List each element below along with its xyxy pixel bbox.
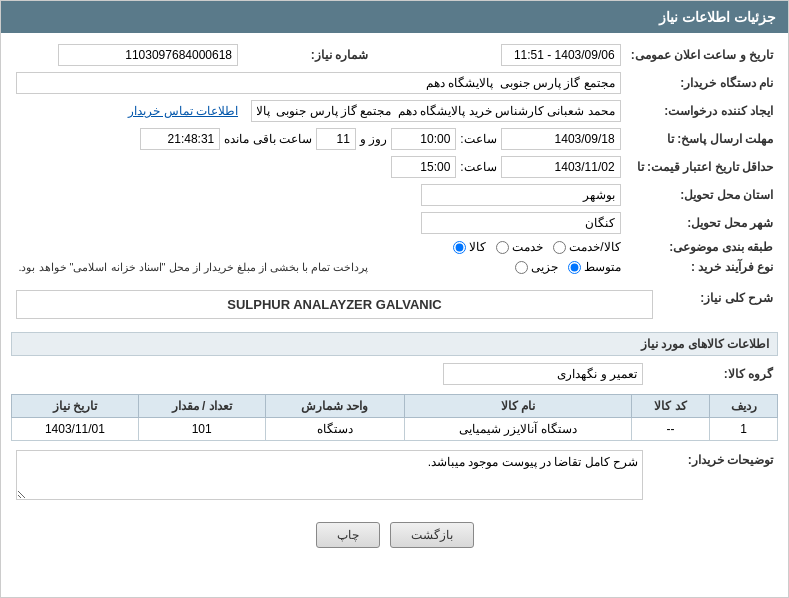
reply-time-label: ساعت: [460,132,496,146]
province-input[interactable] [421,184,621,206]
cell-code: -- [631,418,710,441]
category-label: طبقه بندی موضوعی: [626,237,778,257]
info-table: تاریخ و ساعت اعلان عمومی: شماره نیاز: نا… [11,41,778,277]
category-option-goods[interactable]: کالا [453,240,486,254]
datetime-input[interactable] [501,44,621,66]
page-title: جزئیات اطلاعات نیاز [659,9,776,25]
province-label: استان محل تحویل: [626,181,778,209]
purchase-note: پرداخت تمام با بخشی از مبلغ خریدار از مح… [11,257,373,277]
cell-name: دستگاه آنالایزر شیمیایی [404,418,631,441]
need-number-input[interactable] [58,44,238,66]
validity-deadline-row: ساعت: [391,156,620,178]
purchase-option-medium[interactable]: متوسط [568,260,621,274]
category-radio-goods-service[interactable] [553,241,566,254]
goods-data-table: ردیف کد کالا نام کالا واحد شمارش تعداد /… [11,394,778,441]
description-label: شرح کلی نیاز: [658,283,778,326]
reply-deadline-row: ساعت: روز و ساعت باقی مانده [140,128,620,150]
goods-section-title: اطلاعات کالاهای مورد نیاز [11,332,778,356]
col-row: ردیف [710,395,778,418]
cell-row: 1 [710,418,778,441]
buyer-notes-table: توضیحات خریدار: شرح کامل تقاضا در پیوست … [11,447,778,506]
page-wrapper: جزئیات اطلاعات نیاز تاریخ و ساعت اعلان ع… [0,0,789,598]
back-button[interactable]: بازگشت [390,522,474,548]
goods-group-table: گروه کالا: [11,360,778,388]
buyer-name-label: نام دستگاه خریدار: [626,69,778,97]
category-option-goods-service-label: کالا/خدمت [569,240,620,254]
purchase-option-partial-label: جزیی [531,260,558,274]
reply-day-label: روز و [360,132,387,146]
purchase-radio-medium[interactable] [568,261,581,274]
purchase-type-label: نوع فرآیند خرید : [626,257,778,277]
col-quantity: تعداد / مقدار [138,395,265,418]
page-header: جزئیات اطلاعات نیاز [1,1,788,33]
purchase-radio-partial[interactable] [515,261,528,274]
category-option-goods-label: کالا [469,240,486,254]
cell-date: 1403/11/01 [12,418,139,441]
category-radio-goods[interactable] [453,241,466,254]
purchase-radio-group: متوسط جزیی [515,260,621,274]
contact-info-link[interactable]: اطلاعات تماس خریدار [128,104,238,118]
validity-deadline-label: حداقل تاریخ اعتبار قیمت: تا [626,153,778,181]
col-date: تاریخ نیاز [12,395,139,418]
button-bar: بازگشت چاپ [11,512,778,558]
purchase-option-partial[interactable]: جزیی [515,260,558,274]
reply-days-input[interactable] [316,128,356,150]
description-box: SULPHUR ANALAYZER GALVANIC [16,290,653,319]
category-option-goods-service[interactable]: کالا/خدمت [553,240,620,254]
reply-time-input[interactable] [391,128,456,150]
col-unit: واحد شمارش [265,395,404,418]
reply-remaining-input[interactable] [140,128,220,150]
buyer-name-input[interactable] [16,72,621,94]
category-radio-group: کالا/خدمت خدمت کالا [453,240,620,254]
col-name: نام کالا [404,395,631,418]
need-number-label: شماره نیاز: [243,41,373,69]
purchase-option-medium-label: متوسط [584,260,621,274]
content-area: تاریخ و ساعت اعلان عمومی: شماره نیاز: نا… [1,33,788,566]
city-input[interactable] [421,212,621,234]
goods-group-input[interactable] [443,363,643,385]
category-option-service-label: خدمت [512,240,543,254]
buyer-notes-textarea[interactable]: شرح کامل تقاضا در پیوست موجود میباشد. [16,450,643,500]
requester-label: ایجاد کننده درخواست: [626,97,778,125]
datetime-label: تاریخ و ساعت اعلان عمومی: [626,41,778,69]
goods-group-label: گروه کالا: [648,360,778,388]
requester-input[interactable] [251,100,621,122]
print-button[interactable]: چاپ [316,522,380,548]
category-radio-service[interactable] [496,241,509,254]
reply-deadline-label: مهلت ارسال پاسخ: تا [626,125,778,153]
col-code: کد کالا [631,395,710,418]
validity-time-input[interactable] [391,156,456,178]
reply-remaining-label: ساعت باقی مانده [224,132,312,146]
table-row: 1 -- دستگاه آنالایزر شیمیایی دستگاه 101 … [12,418,778,441]
category-option-service[interactable]: خدمت [496,240,543,254]
cell-unit: دستگاه [265,418,404,441]
validity-time-label: ساعت: [460,160,496,174]
validity-date-input[interactable] [501,156,621,178]
city-label: شهر محل تحویل: [626,209,778,237]
buyer-notes-label: توضیحات خریدار: [648,447,778,506]
reply-date-input[interactable] [501,128,621,150]
cell-quantity: 101 [138,418,265,441]
description-table: شرح کلی نیاز: SULPHUR ANALAYZER GALVANIC [11,283,778,326]
